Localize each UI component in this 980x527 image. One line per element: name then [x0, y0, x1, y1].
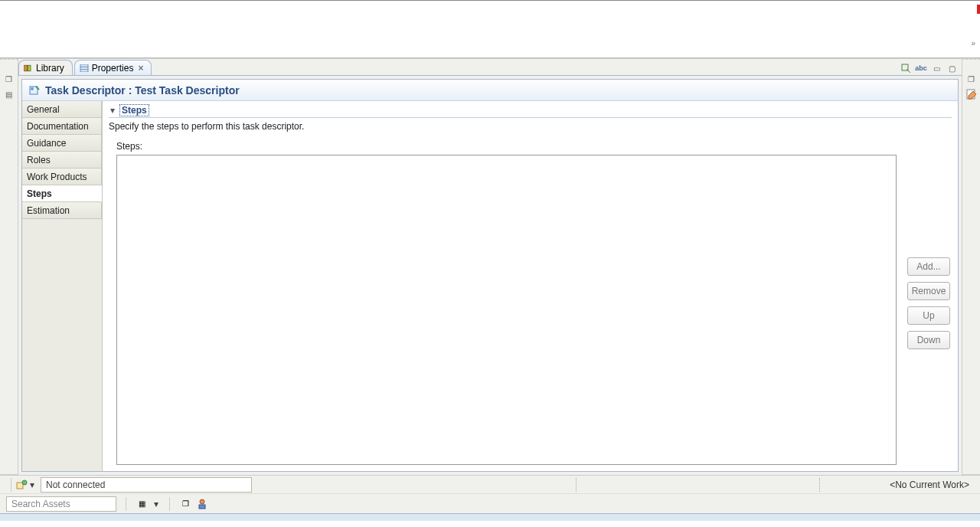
maximize-icon[interactable]: ▢	[946, 63, 957, 74]
down-button[interactable]: Down	[907, 331, 950, 349]
task-repo-dropdown-icon[interactable]: ▾	[28, 480, 36, 490]
svg-point-7	[31, 87, 34, 90]
stack-icon[interactable]: ❐	[179, 498, 191, 510]
statusbar-1: ▾ Not connected <No Current Work>	[0, 475, 980, 493]
minimize-icon[interactable]: ▭	[931, 63, 942, 74]
sidenav-item-work-products[interactable]: Work Products	[22, 169, 102, 185]
sidenav-item-estimation[interactable]: Estimation	[22, 202, 102, 219]
section-title: Steps	[119, 104, 149, 116]
os-taskbar-sliver	[0, 513, 980, 521]
sidenav-item-guidance[interactable]: Guidance	[22, 135, 102, 152]
left-view-gutter: ❐ ▤	[0, 59, 18, 475]
steps-list-label: Steps:	[116, 141, 952, 152]
svg-rect-0	[24, 65, 28, 71]
sidenav-item-general[interactable]: General	[22, 101, 102, 118]
right-view-gutter: ❐	[962, 59, 980, 475]
svg-rect-1	[28, 65, 31, 71]
restore-icon[interactable]: ❐	[4, 74, 15, 84]
layout-icon[interactable]: ▦	[136, 498, 148, 510]
editor-title: Task Descriptor : Test Task Descriptor	[45, 84, 240, 97]
search-assets-input[interactable]: Search Assets	[6, 496, 116, 512]
editor-header: Task Descriptor : Test Task Descriptor	[22, 80, 958, 101]
editor-tabbar: Library Properties × abc ▭ ▢	[18, 59, 962, 76]
red-indicator	[977, 5, 980, 14]
svg-rect-2	[80, 64, 88, 72]
search-placeholder: Search Assets	[11, 499, 70, 509]
properties-icon	[80, 64, 89, 72]
tabbar-tools: abc ▭ ▢	[900, 63, 957, 74]
sidenav-item-steps[interactable]: Steps	[22, 185, 102, 202]
layout-dropdown-icon[interactable]: ▾	[152, 499, 160, 509]
editor-frame: Task Descriptor : Test Task Descriptor G…	[21, 79, 959, 472]
person-icon[interactable]	[196, 498, 208, 510]
editor-body: GeneralDocumentationGuidanceRolesWork Pr…	[22, 101, 958, 471]
svg-rect-12	[199, 505, 205, 509]
section-description: Specify the steps to perform this task d…	[109, 121, 952, 132]
connection-status[interactable]: Not connected	[41, 477, 252, 493]
steps-listbox[interactable]	[116, 155, 897, 465]
tab-properties-label: Properties	[92, 63, 134, 74]
task-repo-icon[interactable]	[16, 479, 28, 491]
content-area: ▾ Steps Specify the steps to perform thi…	[103, 101, 958, 471]
sidenav: GeneralDocumentationGuidanceRolesWork Pr…	[22, 101, 103, 471]
svg-point-11	[200, 499, 204, 504]
svg-point-10	[22, 480, 27, 485]
tab-library-label: Library	[36, 63, 64, 74]
steps-buttons: Add... Remove Up Down	[907, 155, 952, 465]
main-area: ❐ ▤ Library Properties × abc ▭ ▢	[0, 58, 980, 475]
task-descriptor-icon	[28, 85, 41, 96]
sidenav-item-documentation[interactable]: Documentation	[22, 118, 102, 135]
close-icon[interactable]: ×	[138, 63, 143, 74]
up-button[interactable]: Up	[907, 306, 950, 325]
top-blank-area: »	[0, 0, 980, 58]
edit-icon[interactable]	[966, 89, 977, 100]
add-button[interactable]: Add...	[907, 257, 950, 276]
current-work-status: <No Current Work>	[890, 480, 969, 490]
abc-icon[interactable]: abc	[916, 63, 926, 74]
center-column: Library Properties × abc ▭ ▢ Task Descri…	[18, 59, 962, 475]
remove-button[interactable]: Remove	[907, 282, 950, 300]
pin-icon[interactable]	[900, 63, 911, 74]
steps-row: Add... Remove Up Down	[109, 155, 952, 465]
library-icon	[24, 64, 33, 72]
sidenav-filler	[22, 219, 102, 471]
tab-properties[interactable]: Properties ×	[74, 60, 152, 75]
sidenav-item-roles[interactable]: Roles	[22, 152, 102, 169]
restore-right-icon[interactable]: ❐	[966, 74, 977, 84]
tab-library[interactable]: Library	[18, 60, 73, 75]
section-header: ▾ Steps	[109, 104, 952, 118]
statusbar-2: Search Assets ▦ ▾ ❐	[0, 493, 980, 513]
outline-icon[interactable]: ▤	[4, 89, 15, 100]
corner-mark: »	[971, 39, 975, 47]
twisty-icon[interactable]: ▾	[109, 105, 116, 116]
